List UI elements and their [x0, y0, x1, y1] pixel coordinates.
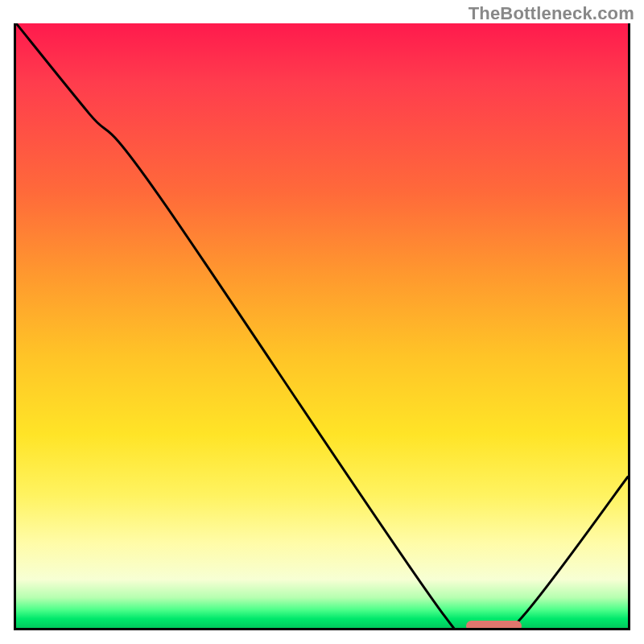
bottleneck-curve — [16, 23, 628, 628]
plot-frame — [14, 23, 630, 630]
optimal-range-marker — [466, 621, 522, 630]
chart-stage: TheBottleneck.com — [0, 0, 644, 644]
watermark-text: TheBottleneck.com — [469, 3, 634, 24]
